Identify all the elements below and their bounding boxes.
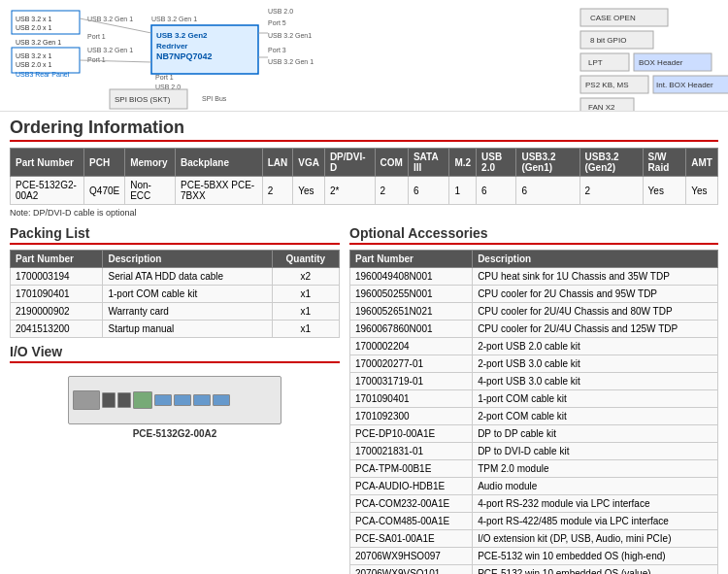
svg-text:FAN X2: FAN X2 xyxy=(588,103,615,112)
table-cell: 1700002204 xyxy=(350,338,473,355)
ordering-col-header: VGA xyxy=(293,149,325,177)
table-cell: 1960049408N001 xyxy=(350,268,473,286)
usb-port3 xyxy=(193,394,211,406)
table-cell: CPU cooler for 2U Chassis and 95W TDP xyxy=(473,286,718,303)
packing-title: Packing List xyxy=(10,225,340,245)
io-view-title: I/O View xyxy=(10,344,340,363)
table-cell: 1 xyxy=(449,177,477,205)
table-row: 17010904011-port COM cable kitx1 xyxy=(11,286,340,303)
io-model-label: PCE-5132G2-00A2 xyxy=(133,428,217,439)
table-cell: 2041513200 xyxy=(11,321,103,338)
table-cell: 2190000902 xyxy=(11,303,103,321)
table-row: 17000022042-port USB 2.0 cable kit xyxy=(350,338,718,355)
svg-text:Port 5: Port 5 xyxy=(268,19,286,26)
table-cell: PCA-COM232-00A1E xyxy=(350,495,473,513)
accessories-col-header: Description xyxy=(473,251,718,268)
table-cell: 2-port USB 2.0 cable kit xyxy=(473,338,718,355)
table-cell: 1701090401 xyxy=(11,286,103,303)
table-row: PCA-COM485-00A1E4-port RS-422/485 module… xyxy=(350,513,718,530)
table-cell: Yes xyxy=(293,177,325,205)
ordering-header-row: Part NumberPCHMemoryBackplaneLANVGADP/DV… xyxy=(11,149,718,177)
dp-port1 xyxy=(102,392,116,408)
svg-text:USB 2.0 x 1: USB 2.0 x 1 xyxy=(16,24,51,31)
svg-text:USB 3.2 x 1: USB 3.2 x 1 xyxy=(16,52,51,59)
table-cell: 6 xyxy=(516,177,579,205)
table-cell: 6 xyxy=(477,177,516,205)
svg-text:Port 3: Port 3 xyxy=(268,47,286,53)
usb-port1 xyxy=(154,394,172,406)
table-row: 17010923002-port COM cable kit xyxy=(350,408,718,425)
table-cell: 4-port USB 3.0 cable kit xyxy=(473,373,718,390)
table-cell: Yes xyxy=(686,177,718,205)
table-cell: PCA-COM485-00A1E xyxy=(350,513,473,530)
table-cell: PCE-5132G2-00A2 xyxy=(11,177,84,205)
table-cell: 1960052651N021 xyxy=(350,303,473,321)
ordering-col-header: SATA III xyxy=(408,149,449,177)
table-cell: PCE-DP10-00A1E xyxy=(350,425,473,443)
table-cell: 20706WX9HSO097 xyxy=(350,548,473,565)
table-cell: PCE-5BXX PCE-7BXX xyxy=(176,177,263,205)
packing-section: Packing List Part NumberDescriptionQuant… xyxy=(10,225,340,574)
table-cell: I/O extension kit (DP, USB, Audio, mini … xyxy=(473,530,718,548)
table-row: PCE-DP10-00A1EDP to DP cable kit xyxy=(350,425,718,443)
svg-text:USB 2.0 x 1: USB 2.0 x 1 xyxy=(16,61,51,68)
table-row: PCA-AUDIO-HDB1EAudio module xyxy=(350,478,718,495)
packing-header-row: Part NumberDescriptionQuantity xyxy=(11,251,340,268)
svg-text:Port 1: Port 1 xyxy=(87,56,106,63)
table-cell: 1700020277-01 xyxy=(350,355,473,373)
table-cell: Serial ATA HDD data cable xyxy=(103,268,272,286)
table-row: PCA-COM232-00A1E4-port RS-232 module via… xyxy=(350,495,718,513)
svg-text:8 bit GPIO: 8 bit GPIO xyxy=(590,36,626,45)
ordering-col-header: Memory xyxy=(125,149,176,177)
ordering-col-header: USB3.2 (Gen1) xyxy=(516,149,579,177)
table-cell: 1700003194 xyxy=(11,268,103,286)
table-cell: 2 xyxy=(262,177,293,205)
table-cell: Startup manual xyxy=(103,321,272,338)
table-cell: 2-port COM cable kit xyxy=(473,408,718,425)
svg-text:NB7NPQ7042: NB7NPQ7042 xyxy=(156,51,213,61)
table-cell: CPU heat sink for 1U Chassis and 35W TDP xyxy=(473,268,718,286)
table-row: 17010904011-port COM cable kit xyxy=(350,390,718,408)
accessories-section: Optional Accessories Part NumberDescript… xyxy=(349,225,718,574)
ordering-col-header: LAN xyxy=(262,149,293,177)
vga-port xyxy=(73,390,100,410)
usb-port4 xyxy=(213,394,230,406)
ordering-table: Part NumberPCHMemoryBackplaneLANVGADP/DV… xyxy=(10,148,718,205)
svg-text:SPI BIOS (SKT): SPI BIOS (SKT) xyxy=(115,95,171,104)
table-row: 1700021831-01DP to DVI-D cable kit xyxy=(350,443,718,460)
ordering-col-header: USB 2.0 xyxy=(477,149,516,177)
table-cell: DP to DP cable kit xyxy=(473,425,718,443)
table-row: 1700031719-014-port USB 3.0 cable kit xyxy=(350,373,718,390)
table-cell: 4-port RS-422/485 module via LPC interfa… xyxy=(473,513,718,530)
ordering-col-header: M.2 xyxy=(449,149,477,177)
svg-text:USB3 Rear Panel: USB3 Rear Panel xyxy=(16,71,70,78)
io-image-area: PCE-5132G2-00A2 xyxy=(10,368,340,447)
accessories-header-row: Part NumberDescription xyxy=(350,251,718,268)
table-cell: Q470E xyxy=(84,177,125,205)
table-cell: CPU cooler for 2U/4U Chassis and 125W TD… xyxy=(473,321,718,338)
table-cell: 1700031719-01 xyxy=(350,373,473,390)
packing-col-header: Part Number xyxy=(11,251,103,268)
table-cell: PCE-5132 win 10 embedded OS (value) xyxy=(473,565,718,575)
table-cell: 1700021831-01 xyxy=(350,443,473,460)
table-cell: x1 xyxy=(272,303,339,321)
svg-text:USB 3.2 Gen2: USB 3.2 Gen2 xyxy=(156,31,208,40)
svg-text:LPT: LPT xyxy=(588,58,603,67)
svg-text:USB 3.2 Gen 1: USB 3.2 Gen 1 xyxy=(268,58,314,65)
ordering-section: Ordering Information Part NumberPCHMemor… xyxy=(0,112,728,221)
ordering-note: Note: DP/DVI-D cable is optional xyxy=(10,208,718,218)
ordering-col-header: DP/DVI-D xyxy=(324,149,375,177)
svg-text:Int. BOX Header: Int. BOX Header xyxy=(656,81,713,89)
table-cell: PCA-TPM-00B1E xyxy=(350,460,473,478)
accessories-col-header: Part Number xyxy=(350,251,473,268)
svg-text:USB 2.0: USB 2.0 xyxy=(268,8,293,15)
table-cell: CPU cooler for 2U/4U Chassis and 80W TDP xyxy=(473,303,718,321)
block-diagram: USB 3.2 x 1 USB 2.0 x 1 USB 3.2 Gen 1 US… xyxy=(8,4,728,112)
table-row: PCE-5132G2-00A2Q470ENon-ECCPCE-5BXX PCE-… xyxy=(11,177,718,205)
usb-port2 xyxy=(174,394,191,406)
table-cell: 1701090401 xyxy=(350,390,473,408)
table-row: 20706WX9VSO101PCE-5132 win 10 embedded O… xyxy=(350,565,718,575)
svg-text:BOX Header: BOX Header xyxy=(639,58,683,67)
table-cell: 1960067860N001 xyxy=(350,321,473,338)
table-row: 1960050255N001CPU cooler for 2U Chassis … xyxy=(350,286,718,303)
